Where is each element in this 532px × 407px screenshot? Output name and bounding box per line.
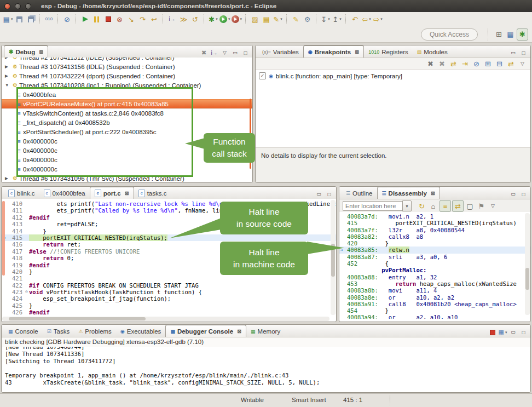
minimize-icon[interactable]: ▭ [508,328,518,337]
binary-registers-icon[interactable]: 010 [44,14,54,25]
last-edit-location-button[interactable]: ↶ [350,14,360,25]
remove-breakpoint-button[interactable]: ✖ [425,58,436,69]
suspend-button[interactable] [91,14,102,25]
save-button[interactable] [14,14,25,25]
cpp-perspective-button[interactable]: ▦ [505,29,516,40]
breakpoint-item[interactable]: ✓ ◉ blink.c [function: app_main] [type: … [256,70,530,79]
tab-executables[interactable]: ◉Executables [116,325,166,337]
tab-variables[interactable]: (x)=Variables [258,46,303,58]
open-new-view-icon[interactable]: ▢ [465,200,475,211]
twistie-icon[interactable]: ▶ [5,176,11,181]
dropdown-arrow-icon[interactable]: ▾ [328,17,330,21]
debug-thread-row[interactable]: ▶⚙Thread #3 1073413156 (IDLE) (Suspended… [2,62,252,71]
dropdown-arrow-icon[interactable]: ▾ [280,17,282,21]
tab-debug[interactable]: ✱ Debug ⊠ [4,45,48,58]
location-input[interactable] [343,201,402,211]
open-element-button[interactable]: ▨ [250,14,260,25]
debug-frame-row[interactable]: ≡0x4000000c [2,164,252,174]
breakpoint-checkbox[interactable]: ✓ [259,72,266,79]
twistie-icon[interactable]: ▶ [5,73,11,78]
debug-thread-row[interactable]: ▶⚙Thread #4 1073432224 (dport) (Suspende… [2,71,252,81]
tab-debugger-console[interactable]: ▦Debugger Console⊠ [165,325,246,337]
debug-frame-row[interactable]: ≡vTaskSwitchContext() at tasks.c:2,846 0… [2,108,252,118]
home-icon[interactable]: ⌂ [428,200,438,211]
minimize-window-button[interactable] [15,3,21,9]
search-button[interactable]: ✎▾ [273,14,283,25]
debug-thread-row[interactable]: ▼⚙Thread #5 1073410208 (ipc1 : Running) … [2,81,252,90]
debug-frame-row[interactable]: ≡0x4000bfea [2,90,252,99]
dropdown-arrow-icon[interactable]: ▾ [11,17,13,21]
forward-button[interactable]: ⇨▾ [373,14,383,25]
back-button[interactable]: ⇦▾ [361,14,372,25]
tab-registers[interactable]: 1010Registers [364,46,413,58]
location-dropdown-icon[interactable]: ▼ [402,200,412,211]
tab-disassembly[interactable]: ☰Disassembly⊠ [377,187,440,199]
synchronize-button[interactable]: ⚙ [302,14,313,25]
dropdown-arrow-icon[interactable]: ▾ [240,17,242,21]
view-menu-icon[interactable]: ▽ [517,58,528,69]
skip-all-breakpoints-button[interactable]: ⊘ [62,14,72,25]
tab-modules[interactable]: ▤Modules [413,46,452,58]
dropdown-arrow-icon[interactable]: ▾ [339,17,342,21]
skip-all-breakpoints-button[interactable]: ⊘ [471,58,482,69]
collapse-all-button[interactable]: ⊟ [494,58,505,69]
step-return-button[interactable]: ↩ [149,14,159,25]
profile-button[interactable]: ▾ [232,14,242,25]
dropdown-arrow-icon[interactable]: ▾ [216,17,218,21]
tab-blink-c[interactable]: cblink.c [4,187,39,199]
tab-tasks-c[interactable]: ctasks.c [134,187,171,199]
debug-button[interactable]: ✱▾ [208,14,218,25]
maximize-icon[interactable]: □ [519,190,528,199]
resume-button[interactable] [80,14,90,25]
tab-breakpoints[interactable]: ◉Breakpoints⊠ [303,45,364,58]
new-button[interactable]: ▤▾ [3,14,13,25]
terminate-console-button[interactable] [488,328,497,337]
minimize-icon[interactable]: ▭ [314,190,323,199]
close-window-button[interactable] [4,3,10,9]
dropdown-arrow-icon[interactable]: ▾ [369,17,371,21]
minimize-icon[interactable]: ▭ [230,48,240,58]
refresh-icon[interactable]: ↻ [417,200,427,211]
minimize-icon[interactable]: ▭ [508,48,518,58]
maximize-icon[interactable]: □ [325,190,334,199]
go-to-file-button[interactable]: ⇥ [460,58,470,69]
view-menu-icon[interactable]: ▽ [488,200,498,211]
open-perspective-button[interactable]: ⊞ [494,29,504,40]
tab-console[interactable]: ▦Console [4,325,43,337]
tab-problems[interactable]: ⚠Problems [74,325,116,337]
view-menu-icon[interactable]: ▽ [220,48,229,58]
dropdown-arrow-icon[interactable]: ▾ [505,330,507,335]
step-over-button[interactable]: ↷ [137,14,148,25]
maximize-window-button[interactable] [25,3,31,9]
debug-thread-row[interactable]: ▶⚙Thread #2 1073411312 (IDLE) (Suspended… [2,58,252,62]
debug-perspective-button[interactable]: ✱ [517,28,528,41]
terminate-button[interactable] [103,14,113,25]
close-icon[interactable]: ⊠ [237,328,241,334]
next-annotation-button[interactable]: ↧▾ [320,14,331,25]
tab-port-c[interactable]: cport.c⊠ [90,187,134,199]
quick-access-button[interactable]: Quick Access [421,28,478,41]
close-icon[interactable]: ⊠ [39,49,43,55]
minimize-icon[interactable]: ▭ [508,190,518,199]
console-output[interactable]: [New Thread 1073408744][New Thread 10734… [2,347,530,392]
pin-view-icon[interactable]: ⚑ [476,200,487,211]
remove-all-breakpoints-button[interactable]: ✖ [437,58,447,69]
disassembly-vertical-scrollbar[interactable] [525,213,530,315]
debug-call-stack-tree[interactable]: ▶⚙Thread #2 1073411312 (IDLE) (Suspended… [2,58,252,182]
maximize-icon[interactable]: □ [241,48,250,58]
previous-annotation-button[interactable]: ↥▾ [332,14,342,25]
save-all-button[interactable] [26,14,36,25]
show-source-toggle[interactable]: ≡ [440,200,451,212]
tab-outline[interactable]: ☰Outline [342,187,377,199]
debug-frame-row[interactable]: ≡vPortCPUReleaseMutex() at port.c:415 0x… [2,99,252,108]
twistie-icon[interactable]: ▶ [5,64,11,69]
twistie-icon[interactable]: ▼ [5,83,11,88]
highlight-button[interactable]: ✎ [291,14,301,25]
close-icon[interactable]: ⊠ [355,49,359,55]
show-breakpoints-for-selection-button[interactable]: ⇄ [448,58,459,69]
step-into-button[interactable]: ↘ [126,14,136,25]
disconnect-button[interactable]: ⊗ [114,14,125,25]
editor-vertical-scrollbar[interactable] [331,200,336,315]
debug-thread-row[interactable]: ▶⚙Thread #6 1073431096 (Tmr Svc) (Suspen… [2,174,252,182]
tab-tasks[interactable]: ☑Tasks [43,325,74,337]
